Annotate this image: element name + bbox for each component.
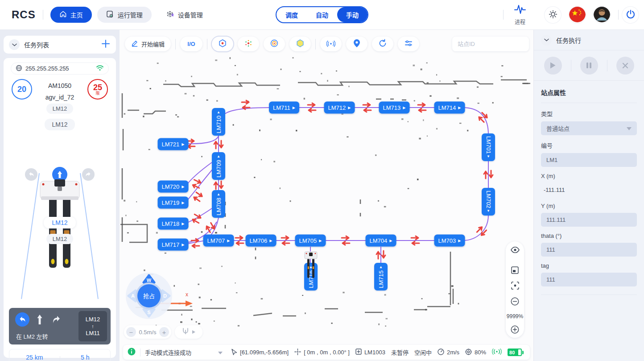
tag-input[interactable] — [546, 276, 632, 283]
mode-manual[interactable]: 手动 — [337, 7, 367, 22]
layer-station-button[interactable] — [212, 37, 233, 51]
station-LM707[interactable]: LM707▶ — [203, 235, 234, 247]
pause-button[interactable] — [580, 57, 598, 75]
joystick-center-label: 抢占 — [143, 293, 155, 299]
station-LM712[interactable]: LM712▶ — [324, 102, 355, 114]
agv-stats: 25 km 650 km 5 h 850 h — [9, 349, 111, 361]
dropdown-chevron-icon — [218, 349, 223, 356]
station-LM706[interactable]: LM706▶ — [246, 235, 277, 247]
nav-operations[interactable]: 运行管理 — [97, 7, 152, 23]
station-LM714[interactable]: LM714▶ — [434, 102, 465, 114]
station-LM702[interactable]: LM702▼ — [482, 188, 495, 216]
collapse-chevron-icon[interactable] — [9, 39, 20, 50]
station-LM719[interactable]: LM719▶ — [158, 197, 189, 209]
svg-text:x: x — [186, 291, 188, 298]
speed-decrease-button[interactable]: − — [126, 327, 136, 337]
signal-icon — [492, 349, 502, 356]
task-exec-controls — [534, 50, 644, 81]
start-edit-button[interactable]: 开始编辑 — [125, 37, 171, 51]
io-button[interactable]: I/O — [180, 37, 202, 51]
agv-card: 255.255.255.255 20 25限 AM1050 agv_id_72 … — [4, 58, 116, 358]
manual-joystick[interactable]: W S A D 抢占 — [124, 271, 174, 323]
theme-toggle-button[interactable] — [545, 7, 561, 23]
lidar-button[interactable] — [320, 37, 342, 51]
nav-home[interactable]: 主页 — [50, 7, 92, 23]
station-LM715[interactable]: ▲LM715 — [374, 263, 388, 290]
cancel-button[interactable] — [616, 57, 634, 75]
china-flag-icon — [569, 7, 586, 23]
station-LM720[interactable]: LM720▶ — [158, 181, 189, 193]
power-button[interactable] — [622, 7, 639, 23]
hexagon-dot-icon — [218, 39, 227, 49]
filter-button[interactable] — [398, 37, 419, 51]
globe-icon — [16, 65, 22, 73]
fork-control-button[interactable] — [175, 325, 202, 339]
station-LM718[interactable]: LM718▶ — [158, 218, 189, 230]
layer-target-button[interactable] — [264, 37, 285, 51]
station-LM703[interactable]: LM703▶ — [434, 235, 465, 247]
layer-points-button[interactable] — [238, 37, 259, 51]
task-list-panel: 任务列表 255.255.255.255 20 25限 AM1050 agv_i… — [0, 30, 120, 361]
field-tag: tag — [541, 262, 637, 286]
agv-ip-field[interactable]: 255.255.255.255 — [11, 62, 109, 75]
locate-button[interactable] — [346, 37, 367, 51]
process-button[interactable]: 进程 — [511, 4, 529, 25]
station-search-input[interactable] — [458, 41, 533, 47]
mode-dispatch[interactable]: 调度 — [277, 7, 307, 22]
status-message-select[interactable]: 手动模式连接成功 — [128, 348, 225, 357]
station-LM710[interactable]: ▲LM710 — [212, 108, 225, 136]
collapse-chevron-icon[interactable] — [541, 35, 552, 46]
station-properties: 站点属性 类型 普通站点 编号 X (m) Y (m) — [534, 81, 644, 295]
theta-input[interactable] — [546, 246, 632, 253]
divider — [503, 10, 504, 20]
map-canvas[interactable]: LM721▶▲LM710LM711▶LM712▶LM713▶LM714▶LM70… — [120, 30, 533, 361]
agv-pose: [ 0m , 0m , 0.00° ] — [294, 349, 350, 357]
layer-area-button[interactable] — [289, 37, 311, 51]
field-type: 类型 普通站点 — [541, 109, 637, 135]
x-input[interactable] — [544, 187, 634, 193]
mode-switch: 调度 自动 手动 — [276, 6, 368, 23]
station-LM711[interactable]: LM711▶ — [269, 102, 299, 114]
station-LM705[interactable]: LM705▶ — [295, 235, 326, 247]
target-icon — [465, 349, 472, 357]
joystick-key-down: S — [147, 310, 150, 315]
status-bar: 手动模式连接成功 [61.099m,-5.656m] [ 0m , 0m , 0… — [123, 345, 530, 360]
speed-readout: 2m/s — [438, 349, 459, 357]
map-view-tools: 9999% — [506, 241, 524, 338]
type-select[interactable]: 普通站点 — [541, 121, 637, 135]
y-input[interactable] — [546, 216, 632, 223]
zoom-level: 9999% — [507, 313, 523, 320]
station-LM717[interactable]: LM717▶ — [158, 239, 189, 251]
minimap-button[interactable] — [511, 266, 519, 276]
straight-icon — [36, 314, 44, 327]
mode-auto[interactable]: 自动 — [307, 7, 337, 22]
station-LM704[interactable]: LM704▶ — [366, 235, 396, 247]
add-task-button[interactable] — [101, 39, 111, 50]
field-y: Y (m) — [541, 203, 637, 227]
station-LM708[interactable]: ▲LM708 — [212, 190, 225, 218]
nav-operations-label: 运行管理 — [118, 10, 143, 19]
task-list-title: 任务列表 — [24, 40, 101, 49]
zoom-in-button[interactable] — [511, 325, 519, 336]
station-LM721[interactable]: LM721▶ — [158, 138, 189, 150]
zoom-out-button[interactable] — [511, 297, 519, 307]
joystick-key-up: W — [147, 278, 152, 283]
code-input[interactable] — [546, 157, 632, 163]
visibility-button[interactable] — [511, 247, 520, 255]
speed-increase-button[interactable]: + — [159, 327, 169, 337]
nav-devices[interactable]: 设备管理 — [157, 7, 212, 23]
station-LM709[interactable]: ▲LM709 — [212, 152, 225, 180]
user-avatar[interactable] — [594, 7, 610, 23]
language-flag-button[interactable] — [569, 7, 586, 23]
play-button[interactable] — [544, 57, 562, 75]
speedometer-icon — [438, 349, 444, 357]
station-LM701[interactable]: LM701▼ — [482, 133, 495, 161]
refresh-button[interactable] — [372, 37, 393, 51]
center-focus-button[interactable] — [511, 282, 519, 291]
process-label: 进程 — [511, 18, 529, 25]
divider — [43, 10, 43, 20]
wifi-icon — [96, 65, 104, 72]
station-LM713[interactable]: LM713▶ — [379, 102, 410, 114]
agv-marker[interactable] — [304, 251, 318, 281]
localization-quality: 80% — [465, 349, 486, 357]
